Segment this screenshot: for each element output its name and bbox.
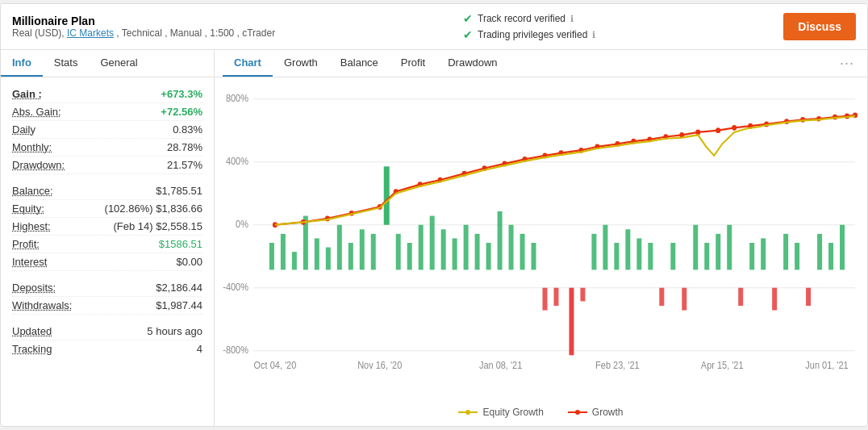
verification-section: ✔ Track record verified ℹ ✔ Trading priv… <box>463 12 595 41</box>
chart-tab-drawdown[interactable]: Drawdown <box>436 50 508 77</box>
svg-rect-44 <box>591 234 596 270</box>
monthly-value: 28.78% <box>167 141 202 153</box>
svg-text:Jun 01, '21: Jun 01, '21 <box>805 359 848 370</box>
ic-markets-link[interactable]: IC Markets <box>67 27 114 39</box>
svg-rect-16 <box>269 243 274 269</box>
highest-label: Highest: <box>12 220 51 232</box>
svg-point-100 <box>465 410 470 415</box>
chart-tab-chart[interactable]: Chart <box>223 50 273 77</box>
svg-rect-34 <box>475 234 480 270</box>
svg-rect-22 <box>337 225 342 270</box>
svg-rect-45 <box>603 225 607 270</box>
tab-general[interactable]: General <box>89 50 148 77</box>
gain-row: Gain : +673.3% <box>12 86 202 103</box>
highest-value: (Feb 14) $2,558.15 <box>113 220 202 232</box>
daily-row: Daily 0.83% <box>12 121 202 139</box>
svg-text:Apr 15, '21: Apr 15, '21 <box>701 359 744 370</box>
deposits-row: Deposits: $2,186.44 <box>12 279 202 297</box>
interest-label: Interest <box>12 256 47 268</box>
chart-svg: 800% 400% 0% -400% -800% Oct 04, '20 Nov… <box>223 86 859 400</box>
svg-rect-17 <box>281 234 286 270</box>
svg-rect-51 <box>670 243 675 269</box>
tab-stats[interactable]: Stats <box>43 50 90 77</box>
svg-rect-48 <box>636 238 641 269</box>
svg-rect-54 <box>704 243 709 269</box>
svg-point-102 <box>575 410 580 415</box>
growth-legend-label: Growth <box>592 407 624 418</box>
deposits-label: Deposits: <box>12 282 56 294</box>
drawdown-value: 21.57% <box>167 159 202 171</box>
page-title: Millionaire Plan <box>12 15 275 27</box>
svg-rect-59 <box>761 238 766 269</box>
chart-area: 800% 400% 0% -400% -800% Oct 04, '20 Nov… <box>215 77 867 400</box>
interest-value: $0.00 <box>176 256 202 268</box>
svg-text:800%: 800% <box>226 92 248 103</box>
chart-tab-balance[interactable]: Balance <box>329 50 390 77</box>
equity-legend-icon <box>458 408 478 416</box>
svg-rect-24 <box>360 229 365 269</box>
svg-rect-52 <box>682 288 686 311</box>
svg-rect-39 <box>532 243 536 269</box>
deposits-value: $2,186.44 <box>156 282 202 294</box>
updated-label: Updated <box>12 325 52 337</box>
right-panel: Chart Growth Balance Profit Drawdown ···… <box>215 50 867 426</box>
svg-rect-20 <box>315 238 319 269</box>
highest-row: Highest: (Feb 14) $2,558.15 <box>12 218 202 236</box>
equity-legend-label: Equity Growth <box>482 407 543 418</box>
svg-rect-31 <box>441 229 446 269</box>
svg-text:0%: 0% <box>236 218 248 229</box>
chart-tab-growth[interactable]: Growth <box>273 50 329 77</box>
equity-value: (102.86%) $1,836.66 <box>105 202 202 215</box>
svg-rect-21 <box>326 248 331 270</box>
svg-rect-47 <box>625 229 630 269</box>
header-left: Millionaire Plan Real (USD), IC Markets … <box>12 15 275 39</box>
balance-value: $1,785.51 <box>156 185 202 197</box>
legend-growth: Growth <box>568 407 624 418</box>
updated-row: Updated 5 hours ago <box>12 323 202 340</box>
tab-info[interactable]: Info <box>1 50 43 77</box>
svg-rect-62 <box>795 243 799 269</box>
interest-row: Interest $0.00 <box>12 253 202 271</box>
left-tabs: Info Stats General <box>1 50 214 77</box>
svg-rect-38 <box>520 234 525 270</box>
profit-row: Profit: $1586.51 <box>12 236 202 253</box>
discuss-button[interactable]: Discuss <box>783 13 856 40</box>
svg-rect-57 <box>738 288 743 306</box>
check-icon-2: ✔ <box>463 28 473 41</box>
info-icon-2[interactable]: ℹ <box>592 30 595 40</box>
verify-trading-label: Trading privileges verified <box>478 29 587 40</box>
svg-rect-60 <box>772 288 777 311</box>
tracking-label: Tracking <box>12 343 52 355</box>
svg-rect-40 <box>542 288 547 311</box>
svg-rect-58 <box>749 243 754 269</box>
svg-rect-61 <box>783 234 788 270</box>
svg-rect-37 <box>509 225 514 270</box>
svg-rect-23 <box>348 243 353 269</box>
svg-rect-32 <box>453 238 457 269</box>
balance-row: Balance: $1,785.51 <box>12 182 202 200</box>
header: Millionaire Plan Real (USD), IC Markets … <box>1 4 867 50</box>
svg-rect-28 <box>407 243 412 269</box>
equity-label: Equity: <box>12 202 44 215</box>
more-button[interactable]: ··· <box>835 52 859 75</box>
svg-point-89 <box>716 127 720 133</box>
svg-rect-30 <box>430 216 435 270</box>
chart-tabs: Chart Growth Balance Profit Drawdown <box>223 50 509 77</box>
equity-row: Equity: (102.86%) $1,836.66 <box>12 200 202 218</box>
gain-label: Gain : <box>12 88 42 100</box>
left-panel: Info Stats General Gain : +673.3% Abs. G… <box>1 50 215 426</box>
daily-label: Daily <box>12 123 35 136</box>
svg-rect-35 <box>486 243 491 269</box>
check-icon-1: ✔ <box>463 12 473 25</box>
drawdown-row: Drawdown: 21.57% <box>12 157 202 174</box>
svg-text:Nov 16, '20: Nov 16, '20 <box>357 359 403 370</box>
info-icon-1[interactable]: ℹ <box>570 14 574 24</box>
svg-rect-27 <box>396 234 401 270</box>
abs-gain-label: Abs. Gain: <box>12 106 61 118</box>
growth-legend-icon <box>568 408 587 416</box>
chart-tab-profit[interactable]: Profit <box>390 50 436 77</box>
svg-rect-41 <box>553 288 558 306</box>
drawdown-label: Drawdown: <box>12 159 65 171</box>
svg-rect-56 <box>727 225 732 270</box>
svg-rect-25 <box>371 234 376 270</box>
